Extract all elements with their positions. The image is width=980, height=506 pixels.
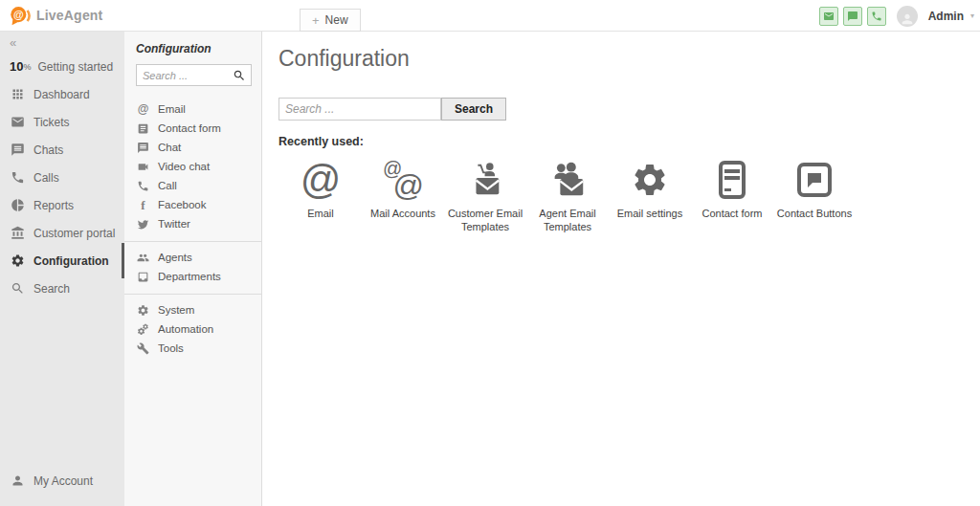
recent-item-email[interactable]: @ Email bbox=[279, 158, 362, 234]
sidebar-item-label: Configuration bbox=[33, 254, 109, 268]
sidebar-item-label: Reports bbox=[33, 199, 74, 212]
gear-icon bbox=[10, 253, 25, 268]
sidebar-item-label: Dashboard bbox=[33, 88, 90, 101]
panel-item-facebook[interactable]: f Facebook bbox=[124, 195, 261, 214]
new-button[interactable]: + New bbox=[300, 9, 361, 32]
panel-item-chat[interactable]: Chat bbox=[124, 138, 261, 157]
chat-bubble-icon bbox=[136, 141, 150, 154]
recent-item-contact-form[interactable]: Contact form bbox=[691, 158, 773, 234]
sidebar-item-reports[interactable]: Reports bbox=[0, 191, 124, 219]
panel-group-people: Agents Departments bbox=[124, 241, 261, 294]
sidebar-item-label: Customer portal bbox=[33, 227, 115, 240]
gears-icon bbox=[136, 322, 150, 336]
drawer-icon bbox=[136, 270, 150, 283]
bank-icon bbox=[10, 226, 25, 240]
call-quick-button[interactable] bbox=[867, 7, 886, 26]
panel-item-label: Tools bbox=[158, 342, 184, 354]
panel-item-departments[interactable]: Departments bbox=[124, 267, 261, 286]
page-title: Configuration bbox=[278, 46, 980, 72]
svg-text:@: @ bbox=[13, 9, 24, 20]
facebook-f-icon: f bbox=[136, 198, 150, 211]
email-quick-button[interactable] bbox=[819, 7, 838, 26]
recently-used-label: Recently used: bbox=[278, 135, 980, 148]
person-icon bbox=[900, 11, 915, 27]
gear-icon bbox=[609, 158, 691, 202]
panel-item-video-chat[interactable]: Video chat bbox=[124, 157, 261, 176]
sidebar-item-getting-started[interactable]: 10 % Getting started bbox=[0, 53, 124, 80]
sidebar-item-my-account[interactable]: My Account bbox=[0, 467, 124, 495]
recent-item-agent-email-templates[interactable]: Agent Email Templates bbox=[526, 158, 609, 234]
phone-icon bbox=[10, 170, 25, 185]
panel-group-channels: @ Email Contact form Chat Video chat bbox=[124, 94, 261, 241]
new-button-label: New bbox=[325, 13, 348, 27]
recent-item-label: Agent Email Templates bbox=[526, 207, 609, 234]
form-icon bbox=[136, 121, 150, 135]
panel-search-input[interactable] bbox=[137, 70, 233, 81]
panel-item-twitter[interactable]: Twitter bbox=[124, 214, 261, 233]
tools-icon bbox=[136, 341, 150, 355]
sidebar-item-tickets[interactable]: Tickets bbox=[0, 108, 124, 136]
panel-item-label: Twitter bbox=[158, 218, 190, 230]
chevron-down-icon[interactable]: ▾ bbox=[970, 11, 974, 20]
phone-icon bbox=[871, 11, 882, 22]
configuration-panel: Configuration @ Email Contact form Chat bbox=[124, 32, 262, 506]
phone-icon bbox=[136, 179, 150, 192]
panel-item-system[interactable]: System bbox=[124, 300, 261, 319]
panel-item-contact-form[interactable]: Contact form bbox=[124, 119, 261, 138]
people-icon bbox=[136, 251, 150, 264]
recent-item-customer-email-templates[interactable]: Customer Email Templates bbox=[444, 158, 526, 234]
recent-item-label: Mail Accounts bbox=[362, 207, 444, 220]
main-search-input[interactable] bbox=[278, 98, 441, 121]
panel-item-agents[interactable]: Agents bbox=[124, 248, 261, 267]
panel-item-label: Facebook bbox=[158, 199, 207, 210]
sidebar-item-dashboard[interactable]: Dashboard bbox=[0, 80, 124, 108]
envelope-icon bbox=[10, 115, 25, 129]
panel-search-box bbox=[136, 64, 252, 86]
panel-item-label: Departments bbox=[158, 271, 221, 282]
envelope-icon bbox=[823, 11, 835, 22]
sidebar-item-chats[interactable]: Chats bbox=[0, 136, 124, 164]
main-search-row: Search bbox=[278, 98, 980, 121]
gear-icon bbox=[136, 303, 150, 317]
sidebar-item-label: Getting started bbox=[37, 60, 113, 74]
search-button[interactable]: Search bbox=[441, 98, 506, 121]
panel-group-system: System Automation Tools bbox=[124, 294, 261, 365]
sidebar-item-configuration[interactable]: Configuration bbox=[0, 247, 124, 275]
user-name[interactable]: Admin bbox=[928, 10, 964, 23]
sidebar-item-label: Tickets bbox=[33, 116, 70, 129]
form-card-icon bbox=[691, 158, 773, 202]
chat-button-icon bbox=[773, 158, 856, 202]
panel-item-label: Automation bbox=[158, 323, 213, 335]
panel-item-call[interactable]: Call bbox=[124, 176, 261, 195]
chat-quick-button[interactable] bbox=[843, 7, 862, 26]
sidebar-item-label: Chats bbox=[33, 143, 63, 157]
recently-used-row: @ Email @@ Mail Accounts Customer Email … bbox=[279, 158, 980, 234]
progress-value: 10 bbox=[10, 59, 23, 74]
recent-item-label: Email bbox=[279, 207, 362, 220]
at-sign-icon: @ bbox=[279, 158, 362, 202]
recent-item-label: Contact Buttons bbox=[773, 207, 856, 220]
person-icon bbox=[10, 473, 25, 488]
recent-item-contact-buttons[interactable]: Contact Buttons bbox=[773, 158, 856, 234]
sidebar-item-search[interactable]: Search bbox=[0, 275, 124, 302]
sidebar-item-label: My Account bbox=[33, 474, 93, 488]
panel-item-label: Email bbox=[158, 103, 186, 115]
plus-icon: + bbox=[312, 13, 320, 28]
progress-percent-sign: % bbox=[23, 62, 31, 72]
panel-item-automation[interactable]: Automation bbox=[124, 319, 261, 339]
pie-chart-icon bbox=[10, 198, 25, 212]
recent-item-mail-accounts[interactable]: @@ Mail Accounts bbox=[362, 158, 444, 234]
sidebar-item-label: Calls bbox=[33, 171, 59, 185]
panel-item-label: Call bbox=[158, 180, 177, 191]
twitter-bird-icon bbox=[136, 217, 150, 231]
sidebar-item-customer-portal[interactable]: Customer portal bbox=[0, 219, 124, 247]
panel-item-tools[interactable]: Tools bbox=[124, 339, 261, 358]
panel-item-email[interactable]: @ Email bbox=[124, 99, 261, 119]
sidebar: « 10 % Getting started Dashboard Tickets… bbox=[0, 32, 124, 506]
sidebar-item-calls[interactable]: Calls bbox=[0, 164, 124, 191]
magnifier-icon[interactable] bbox=[233, 69, 246, 82]
sidebar-item-label: Search bbox=[33, 282, 70, 296]
collapse-sidebar-button[interactable]: « bbox=[0, 32, 124, 53]
user-avatar[interactable] bbox=[897, 6, 918, 27]
recent-item-email-settings[interactable]: Email settings bbox=[609, 158, 691, 234]
